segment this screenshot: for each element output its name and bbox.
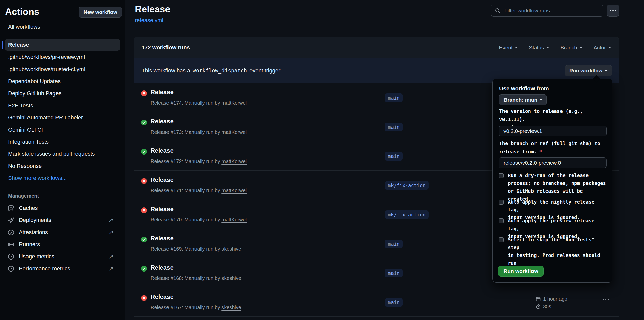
chevron-down-icon <box>540 99 542 102</box>
skip-tests-checkbox[interactable] <box>499 237 504 242</box>
actor-link[interactable]: mattKorwel <box>221 217 247 222</box>
external-link-icon: ↗ <box>108 229 114 236</box>
sidebar-item-workflow[interactable]: No Response <box>5 160 120 172</box>
run-workflow-dropdown-button[interactable]: Run workflow <box>565 65 612 76</box>
sidebar-item-label: Caches <box>19 205 120 211</box>
actor-link[interactable]: mattKorwel <box>221 188 247 193</box>
filter-status[interactable]: Status <box>529 45 549 51</box>
calendar-icon <box>536 296 541 302</box>
actor-link[interactable]: skeshive <box>221 305 241 310</box>
sidebar-item-label: Usage metrics <box>19 253 120 260</box>
run-description: Release #167: Manually run by skeshive <box>151 305 241 310</box>
sidebar-item-deployments[interactable]: Deployments ↗ <box>5 214 120 226</box>
actions-sidebar: Actions New workflow All workflows Relea… <box>0 0 125 320</box>
external-link-icon: ↗ <box>108 265 114 272</box>
run-title-link[interactable]: Release <box>151 264 174 271</box>
meter-icon <box>8 253 14 260</box>
server-icon <box>8 241 14 248</box>
run-description: Release #170: Manually run by mattKorwel <box>151 217 247 223</box>
run-description: Release #173: Manually run by mattKorwel <box>151 129 247 135</box>
preview-tag-checkbox[interactable] <box>499 218 504 223</box>
popover-title: Use workflow from <box>499 85 549 92</box>
actor-link[interactable]: mattKorwel <box>221 100 247 106</box>
sidebar-item-label: Runners <box>19 241 120 248</box>
filter-branch[interactable]: Branch <box>560 45 582 51</box>
sidebar-item-label: Attestations <box>19 229 120 236</box>
sidebar-item-performance-metrics[interactable]: Performance metrics ↗ <box>5 263 120 275</box>
kebab-icon <box>610 10 611 11</box>
sidebar-item-workflow[interactable]: Gemini Automated PR Labeler <box>5 112 120 123</box>
sidebar-item-workflow[interactable]: .github/workflows/trusted-ci.yml <box>5 63 120 75</box>
branch-badge[interactable]: main <box>385 240 403 248</box>
actor-link[interactable]: skeshive <box>221 246 241 252</box>
failure-icon <box>141 295 147 301</box>
run-title-link[interactable]: Release <box>151 293 174 300</box>
filter-event[interactable]: Event <box>499 45 518 51</box>
run-title-link[interactable]: Release <box>151 89 174 96</box>
sidebar-item-usage-metrics[interactable]: Usage metrics ↗ <box>5 250 120 263</box>
run-workflow-submit-button[interactable]: Run workflow <box>498 266 544 277</box>
branch-badge[interactable]: main <box>385 269 403 277</box>
show-more-workflows-link[interactable]: Show more workflows... <box>5 172 120 184</box>
sidebar-item-release[interactable]: Release <box>5 39 120 51</box>
actor-link[interactable]: mattKorwel <box>221 129 247 135</box>
actor-link[interactable]: mattKorwel <box>221 158 247 164</box>
sidebar-item-caches[interactable]: Caches <box>5 202 120 214</box>
branch-badge[interactable]: mk/fix-action <box>385 181 429 190</box>
workflow-options-kebab-button[interactable] <box>607 5 619 17</box>
sidebar-item-all-workflows[interactable]: All workflows <box>5 21 120 33</box>
chevron-down-icon <box>515 47 518 50</box>
verified-icon <box>8 229 14 236</box>
management-heading: Management <box>8 193 39 199</box>
runs-panel-header: 172 workflow runs Event Status Branch Ac… <box>134 37 619 58</box>
version-input[interactable] <box>499 126 607 136</box>
ref-input[interactable] <box>499 157 607 168</box>
run-duration: 35s <box>543 304 551 309</box>
partial-next-row <box>134 317 619 320</box>
workflow-file-link[interactable]: release.yml <box>135 17 163 24</box>
sidebar-item-workflow[interactable]: Integration Tests <box>5 136 120 148</box>
run-time: 1 hour ago <box>543 296 567 302</box>
run-title-link[interactable]: Release <box>151 235 174 242</box>
sidebar-item-attestations[interactable]: Attestations ↗ <box>5 226 120 238</box>
run-description: Release #168: Manually run by skeshive <box>151 275 241 281</box>
sidebar-item-workflow[interactable]: E2E Tests <box>5 100 120 111</box>
external-link-icon: ↗ <box>108 217 114 224</box>
run-title-link[interactable]: Release <box>151 147 174 154</box>
run-description: Release #174: Manually run by mattKorwel <box>151 100 247 106</box>
sidebar-item-workflow[interactable]: Dependabot Updates <box>5 76 120 87</box>
kebab-icon <box>603 299 604 300</box>
failure-icon <box>141 207 147 213</box>
run-title-link[interactable]: Release <box>151 206 174 213</box>
success-icon <box>141 149 147 155</box>
branch-badge[interactable]: main <box>385 152 403 161</box>
nightly-tag-checkbox[interactable] <box>499 200 504 205</box>
failure-icon <box>141 90 147 96</box>
sidebar-item-workflow[interactable]: Gemini CLI CI <box>5 124 120 136</box>
sidebar-item-runners[interactable]: Runners <box>5 238 120 250</box>
actor-link[interactable]: skeshive <box>221 275 241 281</box>
dry-run-checkbox[interactable] <box>499 173 504 178</box>
selected-accent-bar <box>2 41 3 49</box>
run-title-link[interactable]: Release <box>151 118 174 125</box>
branch-badge[interactable]: main <box>385 123 403 131</box>
filter-actor[interactable]: Actor <box>594 45 611 51</box>
chevron-down-icon <box>546 47 549 50</box>
branch-badge[interactable]: mk/fix-action <box>385 210 429 219</box>
run-description: Release #171: Manually run by mattKorwel <box>151 188 247 194</box>
chevron-down-icon <box>579 47 582 50</box>
sidebar-item-workflow[interactable]: Mark stale issues and pull requests <box>5 148 120 160</box>
branch-badge[interactable]: main <box>385 93 403 102</box>
sidebar-item-workflow[interactable]: Deploy GitHub Pages <box>5 88 120 99</box>
filter-workflow-runs-input[interactable] <box>491 5 603 17</box>
sidebar-item-workflow[interactable]: .github/workflows/pr-review.yml <box>5 51 120 63</box>
run-meta: 1 hour ago 35s <box>536 295 567 310</box>
run-title-link[interactable]: Release <box>151 176 174 183</box>
branch-badge[interactable]: main <box>385 298 403 307</box>
meter-icon <box>8 265 14 272</box>
stopwatch-icon <box>536 304 541 309</box>
new-workflow-button[interactable]: New workflow <box>79 7 122 18</box>
branch-selector-button[interactable]: Branch: main <box>499 94 547 105</box>
run-filters: Event Status Branch Actor <box>499 45 611 51</box>
run-options-kebab-button[interactable] <box>603 299 609 300</box>
